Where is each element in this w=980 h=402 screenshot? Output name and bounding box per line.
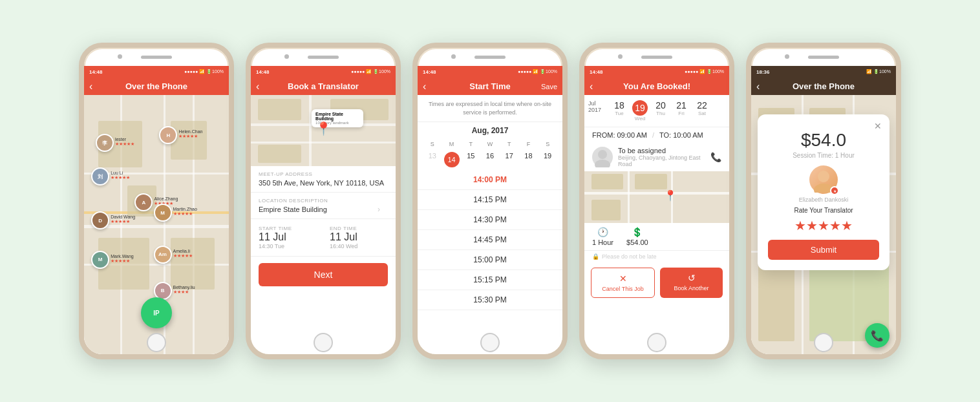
header-2: ‹ Book a Translator bbox=[251, 78, 396, 95]
cal-14[interactable]: 14 bbox=[442, 149, 462, 170]
cal-17[interactable]: 17 bbox=[500, 149, 519, 170]
to-time: TO: 10:00 AM bbox=[659, 131, 703, 139]
phone-top-5 bbox=[751, 48, 896, 66]
home-btn-5[interactable] bbox=[814, 333, 833, 352]
time-note: Times are expressed in local time where … bbox=[418, 95, 562, 122]
star-rating[interactable]: ★★★★★ bbox=[768, 218, 879, 233]
submit-button[interactable]: Submit bbox=[768, 240, 879, 260]
avatar-badge: ★ bbox=[830, 186, 839, 195]
year-num: 2017 bbox=[588, 107, 608, 113]
camera-2 bbox=[284, 54, 289, 59]
note-icon: 🔒 bbox=[592, 253, 599, 260]
cancel-icon: ✕ bbox=[619, 273, 627, 284]
time-section: START TIME 11 Jul 14:30 Tue END TIME 11 … bbox=[251, 219, 396, 257]
location-row: Empire State Building › bbox=[259, 206, 388, 213]
back-btn-3[interactable]: ‹ bbox=[423, 81, 426, 92]
back-btn-1[interactable]: ‹ bbox=[89, 81, 92, 92]
phone-1: 14:48 ●●●●● 📶 🔋100% ‹ Over the Phone bbox=[79, 43, 234, 359]
status-bar-1: 14:48 ●●●●● 📶 🔋100% bbox=[84, 66, 229, 78]
clock-icon: 🕐 bbox=[592, 227, 613, 237]
end-time-label: END TIME bbox=[330, 226, 388, 231]
phone-4: 14:48 ●●●●● 📶 🔋100% ‹ You Are Booked! Ju… bbox=[579, 43, 734, 359]
phone-icon[interactable]: 📞 bbox=[710, 152, 721, 162]
time-screen: Times are expressed in local time where … bbox=[418, 95, 562, 354]
time-1445[interactable]: 14:45 PM bbox=[418, 230, 562, 250]
back-btn-5[interactable]: ‹ bbox=[756, 81, 760, 92]
back-btn-2[interactable]: ‹ bbox=[256, 81, 259, 92]
home-btn-4[interactable] bbox=[647, 333, 666, 352]
header-5: ‹ Over the Phone bbox=[751, 78, 896, 95]
date-21[interactable]: 21 Fri bbox=[672, 100, 690, 116]
meetup-label: MEET-UP ADDRESS bbox=[259, 171, 388, 177]
cancel-btn-text: Cancel This Job bbox=[602, 286, 643, 292]
location-section[interactable]: LOCATION DESCRIPTION Empire State Buildi… bbox=[251, 193, 396, 219]
translator-avatar bbox=[592, 147, 613, 167]
cal-16[interactable]: 16 bbox=[480, 149, 500, 170]
from-time: FROM: 09:00 AM bbox=[592, 131, 647, 139]
home-btn-3[interactable] bbox=[480, 333, 500, 352]
time-1500[interactable]: 15:00 PM bbox=[418, 250, 562, 270]
header-title-1: Over the Phone bbox=[125, 81, 187, 91]
book-icon: ↺ bbox=[688, 273, 696, 283]
date-20[interactable]: 20 Thu bbox=[652, 100, 670, 116]
start-date: 11 Jul bbox=[259, 231, 317, 243]
status-time-1: 14:48 bbox=[89, 69, 102, 75]
start-time-label: START TIME bbox=[259, 226, 317, 231]
meetup-section[interactable]: MEET-UP ADDRESS 350 5th Ave, New York, N… bbox=[251, 166, 396, 193]
phone-bottom-2 bbox=[251, 331, 396, 354]
status-bar-3: 14:48 ●●●●● 📶 🔋100% bbox=[418, 66, 562, 78]
start-day: 14:30 Tue bbox=[259, 243, 317, 249]
header-title-4: You Are Booked! bbox=[623, 81, 690, 91]
location-arrow: › bbox=[378, 205, 380, 214]
cal-13: 13 bbox=[423, 149, 442, 170]
phone-bottom-3 bbox=[418, 331, 562, 354]
rating-screen: ✕ $54.0 Session Time: 1 Hour ★ Elizabeth… bbox=[751, 95, 896, 354]
status-bar-5: 18:36 📶 🔋100% bbox=[751, 66, 896, 78]
cal-18[interactable]: 18 bbox=[519, 149, 538, 170]
svg-point-1 bbox=[595, 160, 610, 167]
status-icons-3: ●●●●● 📶 🔋100% bbox=[518, 69, 557, 74]
dow-t2: T bbox=[500, 139, 519, 149]
cal-15[interactable]: 15 bbox=[461, 149, 480, 170]
meetup-value: 350 5th Ave, New York, NY 10118, USA bbox=[259, 179, 384, 187]
modal-translator-name: Elizabeth Dankoski bbox=[768, 196, 879, 203]
next-button[interactable]: Next bbox=[259, 263, 388, 286]
status-time-3: 14:48 bbox=[423, 69, 436, 75]
home-btn-1[interactable] bbox=[147, 333, 166, 352]
speaker-1 bbox=[141, 56, 172, 59]
end-date: 11 Jul bbox=[330, 231, 388, 243]
time-1530[interactable]: 15:30 PM bbox=[418, 290, 562, 310]
date-22[interactable]: 22 Sat bbox=[693, 100, 711, 116]
session-label: Session Time: 1 Hour bbox=[768, 152, 879, 159]
time-list: 14:00 PM 14:15 PM 14:30 PM 14:45 PM 15:0… bbox=[418, 170, 562, 354]
status-bar-2: 14:48 ●●●●● 📶 🔋100% bbox=[251, 66, 396, 78]
phone-top-4 bbox=[584, 48, 729, 66]
home-btn-2[interactable] bbox=[314, 333, 333, 352]
book-another-button[interactable]: ↺ Book Another bbox=[660, 268, 723, 298]
header-title-2: Book a Translator bbox=[288, 81, 359, 91]
modal-close[interactable]: ✕ bbox=[874, 121, 882, 131]
time-1415[interactable]: 14:15 PM bbox=[418, 190, 562, 210]
time-1430[interactable]: 14:30 PM bbox=[418, 210, 562, 230]
cancel-job-button[interactable]: ✕ Cancel This Job bbox=[591, 268, 655, 298]
duration-stat: 🕐 1 Hour bbox=[592, 227, 613, 246]
location-pin: 📍 bbox=[315, 121, 332, 136]
phone-fab-1[interactable]: IP bbox=[141, 297, 172, 328]
time-1400[interactable]: 14:00 PM bbox=[418, 170, 562, 190]
dow-t1: T bbox=[461, 139, 480, 149]
time-1515[interactable]: 15:15 PM bbox=[418, 270, 562, 290]
calendar-grid: S M T W T F S 13 14 15 16 17 18 19 bbox=[418, 139, 562, 170]
date-18[interactable]: 18 Tue bbox=[610, 100, 628, 116]
rate-label: Rate Your Translator bbox=[768, 207, 879, 214]
back-btn-4[interactable]: ‹ bbox=[590, 81, 593, 92]
map-screen-1: 李 lester★★★★★ H Helen.Chan★★★★★ 刘 Luu Li… bbox=[84, 95, 229, 354]
book-map: Empire State Building 100-story landmark… bbox=[251, 95, 396, 166]
status-icons-4: ●●●●● 📶 🔋100% bbox=[685, 69, 724, 74]
map-bg-1: 李 lester★★★★★ H Helen.Chan★★★★★ 刘 Luu Li… bbox=[84, 95, 229, 354]
note-text: Please do not be late bbox=[602, 253, 657, 260]
save-btn[interactable]: Save bbox=[541, 83, 557, 90]
cal-19[interactable]: 19 bbox=[538, 149, 557, 170]
end-time-block: END TIME 11 Jul 16:40 Wed bbox=[330, 226, 388, 249]
date-19-active[interactable]: 19 Wed bbox=[631, 100, 649, 122]
duration-value: 1 Hour bbox=[592, 238, 613, 246]
